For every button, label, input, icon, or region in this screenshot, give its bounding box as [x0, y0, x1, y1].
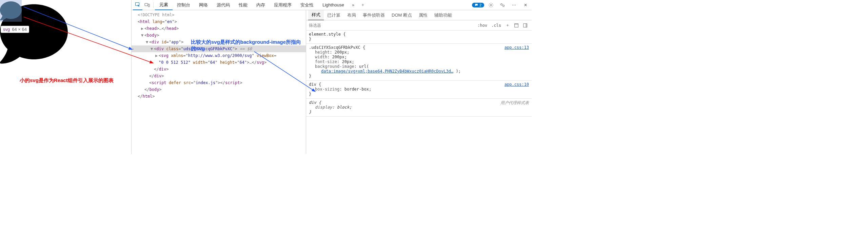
- ua-stylesheet-label: 用户代理样式表: [500, 100, 529, 106]
- dom-script[interactable]: <script defer src="index.js"></script>: [132, 79, 306, 86]
- rule-element-style[interactable]: element.style { }: [306, 31, 532, 44]
- tab-console[interactable]: 控制台: [173, 0, 195, 10]
- new-style-rule-icon[interactable]: ＋: [503, 21, 512, 30]
- annotation-red: 小的svg是作为React组件引入展示的图表: [20, 77, 114, 84]
- tab-memory[interactable]: 内存: [252, 0, 270, 10]
- page-preview: svg 64 × 64 小的svg是作为React组件引入展示的图表: [0, 0, 132, 154]
- dom-head[interactable]: ▶<head>…</head>: [132, 25, 306, 32]
- styles-tab-properties[interactable]: 属性: [415, 10, 431, 20]
- hov-toggle[interactable]: :hov: [475, 22, 489, 28]
- element-tooltip: svg 64 × 64: [1, 26, 29, 33]
- css-source-link[interactable]: app.css:13: [505, 45, 529, 50]
- dom-body-close[interactable]: </body>: [132, 86, 306, 93]
- dom-svg-line1[interactable]: ▶<svg xmlns="http://www.w3.org/2000/svg"…: [132, 52, 306, 59]
- css-source-link[interactable]: app.css:10: [505, 82, 529, 87]
- tab-network[interactable]: 网络: [195, 0, 212, 10]
- small-speech-bubble: [0, 0, 22, 22]
- devtools: 元素 控制台 网络 源代码 性能 内存 应用程序 安全性 Lighthouse …: [132, 0, 532, 154]
- tooltip-dimensions: 64 × 64: [12, 27, 27, 32]
- dom-html-open[interactable]: <html lang="en">: [132, 18, 306, 25]
- close-icon[interactable]: ✕: [521, 0, 530, 10]
- elements-panel: 比较大的svg是样式的background-image所指向的svg <!DOC…: [132, 10, 306, 154]
- tab-application[interactable]: 应用程序: [270, 0, 296, 10]
- styles-rules: element.style { } app.css:13 .udsC1YXSxc…: [306, 31, 532, 154]
- styles-tabs: 样式 已计算 布局 事件侦听器 DOM 断点 属性 辅助功能: [306, 10, 532, 20]
- svg-point-4: [501, 3, 502, 5]
- toggle-panel-icon[interactable]: [521, 21, 530, 30]
- svg-rect-1: [145, 3, 148, 6]
- new-tab-icon[interactable]: ＋: [358, 0, 368, 10]
- styles-tab-events[interactable]: 事件侦听器: [359, 10, 388, 20]
- styles-tab-layout[interactable]: 布局: [344, 10, 359, 20]
- device-toolbar-icon[interactable]: [142, 0, 152, 10]
- devtools-topbar: 元素 控制台 网络 源代码 性能 内存 应用程序 安全性 Lighthouse …: [132, 0, 532, 10]
- rule-div-ua[interactable]: 用户代理样式表 div { display: block; }: [306, 99, 532, 117]
- dom-body-open[interactable]: ▼<body>: [132, 32, 306, 39]
- devtools-tabs: 元素 控制台 网络 源代码 性能 内存 应用程序 安全性 Lighthouse …: [155, 0, 472, 10]
- computed-sidebar-icon[interactable]: [512, 21, 521, 30]
- tab-lighthouse[interactable]: Lighthouse: [318, 0, 349, 10]
- messages-count: 2: [479, 3, 481, 7]
- rule-div-app[interactable]: app.css:10 div { box-sizing: border-box;…: [306, 81, 532, 99]
- more-icon[interactable]: ⋯: [509, 0, 519, 10]
- styles-tab-styles[interactable]: 样式: [308, 10, 324, 20]
- settings-icon[interactable]: [486, 0, 496, 10]
- tab-sources[interactable]: 源代码: [212, 0, 234, 10]
- dom-doctype: <!DOCTYPE html>: [138, 13, 174, 17]
- styles-tab-computed[interactable]: 已计算: [324, 10, 344, 20]
- dom-html-close[interactable]: </html>: [132, 93, 306, 100]
- svg-rect-9: [526, 23, 527, 27]
- cls-toggle[interactable]: .cls: [489, 22, 503, 28]
- styles-filter-input[interactable]: [306, 23, 473, 28]
- tab-elements[interactable]: 元素: [155, 0, 173, 10]
- messages-badge[interactable]: 2: [472, 3, 484, 7]
- tab-security[interactable]: 安全性: [296, 0, 318, 10]
- tooltip-tag: svg: [3, 27, 10, 32]
- data-url-link[interactable]: data:image/svg+xml;base64,PHN2ZyB4bWxucz…: [321, 69, 453, 74]
- svg-point-5: [503, 5, 505, 6]
- dom-div-close1[interactable]: </div>: [132, 66, 306, 73]
- svg-point-3: [490, 4, 492, 5]
- styles-tab-dom-breakpoints[interactable]: DOM 断点: [388, 10, 415, 20]
- svg-rect-7: [515, 23, 518, 25]
- dom-svg-line2[interactable]: "0 0 512 512" width="64" height="64">…</…: [132, 59, 306, 66]
- svg-rect-2: [148, 4, 150, 7]
- styles-filter-row: :hov .cls ＋: [306, 20, 532, 31]
- annotation-blue: 比较大的svg是样式的background-image所指向的svg: [191, 39, 306, 52]
- element-picker-icon[interactable]: [133, 0, 142, 10]
- dom-div-close2[interactable]: </div>: [132, 73, 306, 79]
- tabs-overflow-icon[interactable]: »: [349, 0, 358, 10]
- rule-class[interactable]: app.css:13 .udsC1YXSxcqGFRbkPvXC { heigh…: [306, 44, 532, 81]
- tab-performance[interactable]: 性能: [234, 0, 252, 10]
- styles-panel: 样式 已计算 布局 事件侦听器 DOM 断点 属性 辅助功能 :hov .cls…: [306, 10, 532, 154]
- feedback-icon[interactable]: [498, 0, 507, 10]
- styles-tab-accessibility[interactable]: 辅助功能: [431, 10, 455, 20]
